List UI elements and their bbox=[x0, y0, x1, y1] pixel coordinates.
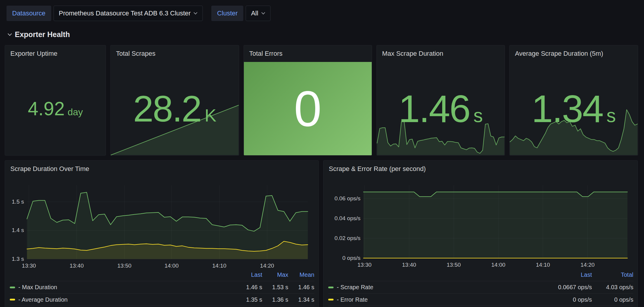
chevron-down-icon bbox=[8, 31, 12, 36]
stat-value-total-scrapes: 28.2K bbox=[133, 90, 216, 127]
x-axis-tick-label: 14:10 bbox=[536, 262, 550, 268]
x-axis-tick-label: 14:00 bbox=[491, 262, 505, 268]
legend: Last Max Mean - Max Duration 1.46 s 1.53… bbox=[10, 270, 314, 306]
x-axis-tick-label: 13:50 bbox=[117, 263, 132, 269]
stat-value-exporter-uptime: 4.92day bbox=[28, 99, 83, 118]
chevron-down-icon bbox=[194, 11, 198, 15]
section-title: Exporter Health bbox=[15, 30, 70, 39]
panel-title[interactable]: Scrape Duration Over Time bbox=[5, 161, 318, 173]
legend-sort-last[interactable]: Last bbox=[236, 271, 262, 278]
panel-title[interactable]: Total Scrapes bbox=[111, 45, 239, 57]
legend-sort-mean[interactable]: Mean bbox=[288, 271, 314, 278]
panel-title[interactable]: Exporter Uptime bbox=[5, 45, 106, 57]
panel-average-scrape-duration: Average Scrape Duration (5m) 1.34s bbox=[509, 45, 638, 156]
series-color-swatch-icon bbox=[10, 287, 15, 288]
series-color-swatch-icon bbox=[328, 299, 334, 300]
legend-series-toggle[interactable]: - Error Rate bbox=[328, 296, 550, 303]
legend-value: 1.46 s bbox=[288, 284, 314, 291]
legend-sort-max[interactable]: Max bbox=[262, 271, 288, 278]
y-axis-tick-label: 1.3 s bbox=[5, 256, 24, 262]
y-axis-tick-label: 1.5 s bbox=[5, 199, 24, 205]
panel-scrape-error-rate: Scrape & Error Rate (per second) 13:3013… bbox=[323, 160, 638, 307]
legend-series-toggle[interactable]: - Average Duration bbox=[10, 296, 236, 303]
panel-scrape-duration-over-time: Scrape Duration Over Time 13:3013:4013:5… bbox=[5, 160, 319, 307]
legend-value: 0.0667 ops/s bbox=[550, 284, 592, 291]
x-axis-tick-label: 13:50 bbox=[447, 262, 461, 268]
legend-series-toggle[interactable]: - Scrape Rate bbox=[328, 284, 550, 291]
scrape-error-rate-chart[interactable]: 13:3013:4013:5014:0014:1014:200.06 ops/s… bbox=[363, 185, 627, 258]
legend-value: 1.35 s bbox=[236, 296, 262, 303]
series-color-swatch-icon bbox=[10, 299, 15, 300]
legend-row-max-duration: - Max Duration 1.46 s 1.53 s 1.46 s bbox=[10, 281, 314, 293]
legend-series-toggle[interactable]: - Max Duration bbox=[10, 284, 236, 291]
legend: Last Total - Scrape Rate 0.0667 ops/s 4.… bbox=[328, 270, 633, 306]
cluster-dropdown[interactable]: All bbox=[246, 6, 270, 21]
stats-row: Exporter Uptime 4.92day Total Scrapes 28… bbox=[5, 45, 639, 156]
datasource-dropdown[interactable]: Prometheus Datasource Test ADB 6.3 Clust… bbox=[54, 6, 203, 21]
x-axis-tick-label: 14:00 bbox=[165, 263, 179, 269]
panel-title[interactable]: Max Scrape Duration bbox=[377, 45, 505, 57]
legend-sort-last[interactable]: Last bbox=[550, 271, 592, 278]
section-toggle-exporter-health[interactable]: Exporter Health bbox=[8, 30, 644, 39]
stat-value-average-scrape-duration: 1.34s bbox=[532, 89, 616, 128]
charts-row: Scrape Duration Over Time 13:3013:4013:5… bbox=[5, 160, 639, 307]
legend-value: 4.03 ops/s bbox=[592, 284, 633, 291]
legend-row-average-duration: - Average Duration 1.35 s 1.36 s 1.34 s bbox=[10, 293, 314, 306]
legend-value: 1.36 s bbox=[262, 296, 288, 303]
x-axis-tick-label: 13:30 bbox=[22, 263, 36, 269]
y-axis-tick-label: 1.4 s bbox=[5, 227, 24, 234]
x-axis-tick-label: 14:20 bbox=[581, 262, 595, 268]
panel-max-scrape-duration: Max Scrape Duration 1.46s bbox=[376, 45, 505, 156]
panel-total-scrapes: Total Scrapes 28.2K bbox=[110, 45, 239, 156]
y-axis-tick-label: 0.04 ops/s bbox=[323, 215, 360, 222]
legend-row-error-rate: - Error Rate 0 ops/s 0 ops/s bbox=[328, 293, 633, 306]
y-axis-tick-label: 0.02 ops/s bbox=[323, 235, 360, 242]
stat-value-total-errors: 0 bbox=[294, 84, 321, 134]
datasource-filter-label: Datasource bbox=[7, 6, 51, 21]
panel-title[interactable]: Scrape & Error Rate (per second) bbox=[323, 161, 637, 173]
chevron-down-icon bbox=[261, 11, 265, 15]
filter-bar: Datasource Prometheus Datasource Test AD… bbox=[0, 0, 644, 21]
y-axis-tick-label: 0 ops/s bbox=[323, 255, 360, 261]
cluster-filter-label: Cluster bbox=[211, 6, 243, 21]
legend-value: 0 ops/s bbox=[592, 296, 633, 303]
legend-value: 1.46 s bbox=[236, 284, 262, 291]
x-axis-tick-label: 13:40 bbox=[70, 263, 84, 269]
panel-exporter-uptime: Exporter Uptime 4.92day bbox=[5, 45, 106, 156]
legend-value: 0 ops/s bbox=[550, 296, 592, 303]
x-axis-tick-label: 14:20 bbox=[260, 263, 274, 269]
x-axis-tick-label: 14:10 bbox=[212, 263, 226, 269]
scrape-duration-chart[interactable]: 13:3013:4013:5014:0014:1014:201.5 s1.4 s… bbox=[27, 185, 308, 259]
panel-title[interactable]: Average Scrape Duration (5m) bbox=[510, 45, 638, 57]
panel-total-errors: Total Errors 0 bbox=[244, 45, 372, 156]
legend-row-scrape-rate: - Scrape Rate 0.0667 ops/s 4.03 ops/s bbox=[328, 281, 633, 293]
y-axis-tick-label: 0.06 ops/s bbox=[323, 195, 360, 202]
legend-sort-total[interactable]: Total bbox=[592, 271, 633, 278]
legend-value: 1.34 s bbox=[288, 296, 314, 303]
stat-value-max-scrape-duration: 1.46s bbox=[398, 89, 483, 128]
x-axis-tick-label: 13:30 bbox=[358, 262, 372, 268]
x-axis-tick-label: 13:40 bbox=[402, 262, 416, 268]
legend-value: 1.53 s bbox=[262, 284, 288, 291]
series-color-swatch-icon bbox=[328, 287, 334, 288]
panel-title[interactable]: Total Errors bbox=[244, 45, 372, 57]
